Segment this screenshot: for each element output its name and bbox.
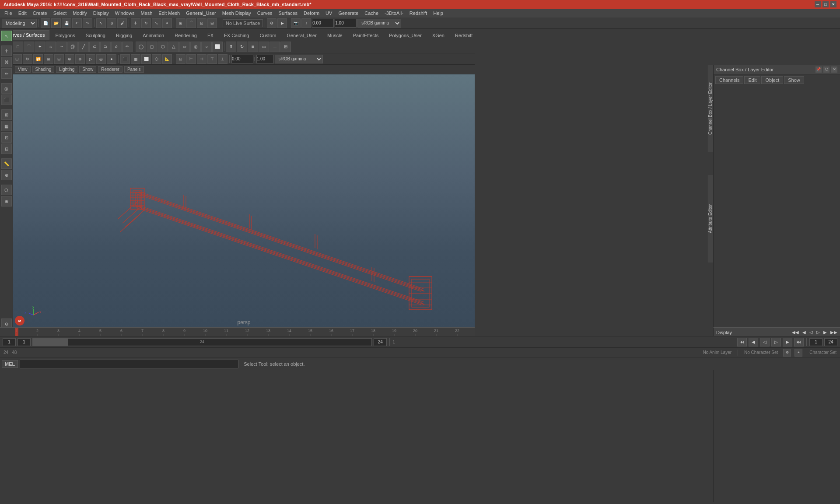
tab-paint-effects[interactable]: PaintEffects bbox=[348, 31, 384, 40]
birail-tool[interactable]: ⊥ bbox=[270, 42, 280, 52]
redo-btn[interactable]: ↷ bbox=[83, 18, 92, 28]
curve-sine-tool[interactable]: ~ bbox=[56, 42, 67, 52]
tab-fx[interactable]: FX bbox=[203, 31, 218, 40]
save-btn[interactable]: 💾 bbox=[62, 18, 71, 28]
vp-tool3[interactable]: ↻ bbox=[23, 54, 32, 64]
vp-tool5[interactable]: ⊞ bbox=[44, 54, 53, 64]
menu-edit-mesh[interactable]: Edit Mesh bbox=[156, 10, 182, 17]
render-btn[interactable]: ▶ bbox=[277, 18, 287, 28]
current-frame-input[interactable] bbox=[18, 338, 31, 346]
play-first-btn[interactable]: ⏮ bbox=[737, 338, 747, 346]
shading-menu[interactable]: Shading bbox=[32, 66, 55, 73]
timeline[interactable]: 1 2 3 4 5 6 7 8 9 10 11 bbox=[0, 327, 475, 336]
curve-wave-tool[interactable]: ≈ bbox=[46, 42, 56, 52]
select-btn[interactable]: ↖ bbox=[96, 18, 106, 28]
menu-modify[interactable]: Modify bbox=[70, 10, 89, 17]
menu-mesh-tools[interactable]: General_User bbox=[183, 10, 218, 17]
surface-nurbs-torus[interactable]: ◎ bbox=[190, 42, 201, 52]
snap-tool[interactable]: ⊡ bbox=[1, 132, 12, 143]
close-button[interactable]: ✕ bbox=[830, 1, 836, 7]
right-end-input[interactable] bbox=[824, 338, 837, 346]
curve-star-tool[interactable]: ✦ bbox=[35, 42, 45, 52]
vp-tool7[interactable]: ⊕ bbox=[65, 54, 74, 64]
surface-nurbs-circle[interactable]: ○ bbox=[201, 42, 212, 52]
revolve-tool[interactable]: ↻ bbox=[237, 42, 247, 52]
sculpt-tool[interactable]: ◎ bbox=[1, 83, 12, 94]
vp-tool11[interactable]: ● bbox=[107, 54, 116, 64]
paint-tool[interactable]: ✏ bbox=[1, 68, 12, 79]
lighting-menu[interactable]: Lighting bbox=[56, 66, 77, 73]
new-scene-btn[interactable]: 📄 bbox=[41, 18, 50, 28]
panels-menu[interactable]: Panels bbox=[124, 66, 144, 73]
workspace-dropdown[interactable]: Modeling bbox=[2, 19, 37, 28]
renderer-menu[interactable]: Renderer bbox=[98, 66, 122, 73]
tab-polygons-user[interactable]: Polygons_User bbox=[384, 31, 427, 40]
vp-tool13[interactable]: ▦ bbox=[131, 54, 140, 64]
mesh-tool[interactable]: ⊞ bbox=[1, 109, 12, 120]
menu-help[interactable]: Help bbox=[430, 10, 446, 17]
render-settings-btn[interactable]: ⚙ bbox=[267, 18, 276, 28]
play-back-btn[interactable]: ◁ bbox=[760, 338, 770, 346]
vp-tool9[interactable]: ▷ bbox=[86, 54, 95, 64]
menu-curves[interactable]: Curves bbox=[255, 10, 275, 17]
scale-input2[interactable] bbox=[256, 55, 274, 63]
menu-surfaces[interactable]: Surfaces bbox=[276, 10, 300, 17]
step-back-btn[interactable]: ◀ bbox=[749, 338, 758, 346]
move-btn[interactable]: ✛ bbox=[131, 18, 140, 28]
play-fwd-btn[interactable]: ▷ bbox=[771, 338, 781, 346]
layer-nav-play-back[interactable]: ◁ bbox=[809, 330, 813, 335]
snap-point-btn[interactable]: ⊡ bbox=[197, 18, 206, 28]
boundary-tool[interactable]: ⊞ bbox=[280, 42, 291, 52]
move-tool[interactable]: ✛ bbox=[1, 46, 12, 56]
tab-rendering[interactable]: Rendering bbox=[170, 31, 202, 40]
surface-nurbs-cube[interactable]: ◻ bbox=[147, 42, 157, 52]
tab-custom[interactable]: Custom bbox=[255, 31, 281, 40]
frame-input[interactable] bbox=[231, 55, 253, 63]
surface-nurbs-plane[interactable]: ▱ bbox=[179, 42, 190, 52]
vp-tool2[interactable]: ⊡ bbox=[12, 54, 22, 64]
universal-btn[interactable]: ✦ bbox=[162, 18, 172, 28]
maximize-button[interactable]: □ bbox=[822, 1, 829, 7]
menu-3dtoall[interactable]: -3DtoAll- bbox=[382, 10, 406, 17]
menu-windows[interactable]: Windows bbox=[112, 10, 137, 17]
menu-display[interactable]: Display bbox=[91, 10, 112, 17]
anim-layer-btn[interactable]: + bbox=[794, 349, 802, 357]
vp-tool8[interactable]: ⊗ bbox=[75, 54, 85, 64]
grid-tool[interactable]: ▦ bbox=[1, 121, 12, 131]
vp-tool4[interactable]: 🔁 bbox=[33, 54, 43, 64]
layer-nav-prev[interactable]: ◀ bbox=[802, 330, 806, 335]
layer-nav-next[interactable]: ▶ bbox=[823, 330, 827, 335]
vp-tool12[interactable]: ⬛ bbox=[120, 54, 130, 64]
tab-sculpting[interactable]: Sculpting bbox=[81, 31, 110, 40]
range-end-input[interactable] bbox=[374, 338, 387, 346]
curve-pencil-tool[interactable]: ✏ bbox=[122, 42, 133, 52]
snap-curve-btn[interactable]: ⌒ bbox=[186, 18, 196, 28]
surface-nurbs-cone[interactable]: △ bbox=[168, 42, 179, 52]
menu-mesh-display[interactable]: Mesh Display bbox=[220, 10, 254, 17]
attr-editor-side-label[interactable]: Attribute Editor bbox=[707, 175, 713, 262]
scale-input[interactable] bbox=[335, 19, 357, 28]
mel-input-field[interactable] bbox=[20, 360, 238, 368]
timeline-thumb[interactable] bbox=[33, 339, 68, 346]
lasso-tool[interactable]: ⌘ bbox=[1, 57, 12, 67]
vp-tool10[interactable]: ◎ bbox=[96, 54, 106, 64]
open-btn[interactable]: 📂 bbox=[51, 18, 61, 28]
camera-btn[interactable]: 📷 bbox=[291, 18, 301, 28]
menu-generate[interactable]: Generate bbox=[336, 10, 361, 17]
curve-line-tool[interactable]: ╱ bbox=[78, 42, 89, 52]
surface-nurbs-square[interactable]: ⬜ bbox=[212, 42, 223, 52]
menu-uv[interactable]: UV bbox=[323, 10, 335, 17]
menu-edit[interactable]: Edit bbox=[16, 10, 29, 17]
tab-general-user[interactable]: General_User bbox=[282, 31, 321, 40]
menu-file[interactable]: File bbox=[2, 10, 15, 17]
curve-rect-tool[interactable]: □ bbox=[13, 42, 23, 52]
curve-ep-tool[interactable]: ⊃ bbox=[100, 42, 111, 52]
vp-tool14[interactable]: ⬜ bbox=[141, 54, 151, 64]
channel-box-side-label[interactable]: Channel Box / Layer Editor bbox=[707, 65, 713, 152]
curve-arc-tool[interactable]: ⌒ bbox=[24, 42, 34, 52]
vp-tool15[interactable]: ⬡ bbox=[152, 54, 161, 64]
soft-select[interactable]: ≋ bbox=[1, 196, 12, 206]
channels-tab[interactable]: Channels bbox=[715, 76, 743, 84]
panel-pin-btn[interactable]: 📌 bbox=[816, 66, 822, 73]
vp-tool16[interactable]: 📐 bbox=[162, 54, 172, 64]
